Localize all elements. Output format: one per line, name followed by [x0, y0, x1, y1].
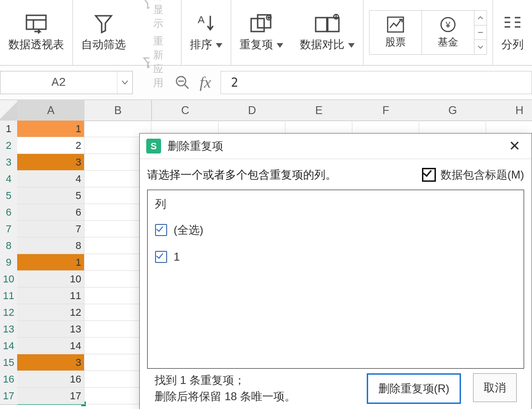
dialog-titlebar[interactable]: S 删除重复项 ✕ [140, 134, 532, 159]
text-to-columns-icon [502, 13, 523, 34]
cell[interactable]: 4 [17, 171, 84, 187]
remove-duplicates-button[interactable]: 删除重复项(R) [367, 373, 461, 404]
row-header[interactable]: 15 [0, 354, 18, 371]
row-header[interactable]: 3 [0, 154, 18, 171]
duplicates-button[interactable]: 重复项 [240, 13, 283, 52]
row-header[interactable]: 17 [0, 388, 18, 405]
cell[interactable]: 6 [17, 204, 84, 221]
row-header[interactable]: 9 [0, 254, 18, 271]
datatype-up-button[interactable] [474, 11, 487, 26]
svg-text:A: A [198, 14, 205, 26]
cell[interactable]: 11 [17, 288, 84, 304]
name-box-dropdown[interactable] [117, 71, 132, 94]
checkbox-icon [155, 251, 167, 263]
stock-fund-box: 股票 ¥ 基金 [369, 10, 487, 55]
funnel-clear-icon [143, 0, 149, 9]
cell[interactable]: 16 [17, 371, 84, 388]
sort-label: 排序 [190, 38, 212, 51]
column-header-G[interactable]: G [419, 100, 487, 121]
autofilter-label: 自动筛选 [81, 37, 126, 52]
row-header[interactable]: 13 [0, 321, 18, 338]
pivot-table-button[interactable]: 数据透视表 [8, 13, 64, 52]
pivot-label: 数据透视表 [8, 37, 64, 52]
cell[interactable]: 3 [17, 154, 84, 171]
row-header[interactable]: 2 [0, 137, 18, 154]
stock-button[interactable]: 股票 [370, 11, 422, 54]
row-header[interactable]: 14 [0, 338, 18, 355]
dialog-status-text: 找到 1 条重复项； 删除后将保留 18 条唯一项。 [155, 372, 296, 405]
checkbox-icon [422, 168, 436, 182]
cell[interactable]: 1 [17, 121, 84, 137]
row-header[interactable]: 6 [0, 204, 18, 221]
fx-icon[interactable]: fx [200, 74, 211, 91]
cell[interactable]: 10 [17, 271, 84, 288]
sort-icon: A [195, 13, 217, 34]
columns-listbox[interactable]: 列 (全选) 1 [147, 190, 524, 369]
svg-rect-9 [316, 18, 327, 32]
name-box[interactable]: A2 [0, 71, 133, 94]
reapply-button: 重新应用 [143, 34, 173, 90]
remove-duplicates-dialog: S 删除重复项 ✕ 请选择一个或者多个包含重复项的列。 数据包含标题(M) 列 … [139, 133, 532, 409]
column-header-H[interactable]: H [486, 100, 532, 121]
row-header[interactable]: 8 [0, 237, 18, 255]
duplicates-label: 重复项 [240, 38, 273, 51]
fund-icon: ¥ [439, 16, 457, 33]
formula-zoom-icon[interactable] [175, 75, 190, 90]
columns-header: 列 [155, 197, 516, 211]
column-header-E[interactable]: E [285, 100, 353, 121]
column-header-B[interactable]: B [84, 100, 152, 121]
app-logo-icon: S [146, 139, 161, 153]
row-header[interactable]: 10 [0, 271, 18, 288]
svg-rect-0 [26, 15, 46, 29]
datatype-down-button[interactable] [474, 40, 487, 54]
formula-bar[interactable]: 2 [221, 71, 532, 94]
row-header[interactable]: 16 [0, 371, 18, 388]
funnel-icon [93, 13, 114, 34]
pivot-table-icon [24, 13, 48, 34]
cell[interactable]: 7 [17, 221, 84, 237]
text-to-columns-label: 分列 [501, 37, 524, 52]
data-compare-button[interactable]: 数据对比 [300, 13, 355, 52]
row-header[interactable]: 12 [0, 304, 18, 321]
row-header[interactable]: 5 [0, 187, 18, 204]
datatype-gallery-button[interactable] [474, 26, 487, 40]
autofilter-button[interactable]: 自动筛选 [81, 13, 126, 52]
column-item-1[interactable]: 1 [155, 250, 516, 263]
cell[interactable]: 1 [17, 254, 84, 271]
checkbox-icon [155, 224, 167, 236]
row-header[interactable]: 7 [0, 221, 18, 238]
cell[interactable]: 2 [17, 137, 84, 154]
has-header-checkbox[interactable]: 数据包含标题(M) [422, 167, 524, 182]
cell[interactable]: 8 [17, 237, 84, 254]
dialog-prompt: 请选择一个或者多个包含重复项的列。 [147, 167, 337, 182]
cell[interactable]: 13 [17, 321, 84, 338]
funnel-refresh-icon [143, 56, 149, 68]
column-header-F[interactable]: F [352, 100, 420, 121]
fund-button[interactable]: ¥ 基金 [422, 11, 474, 54]
row-header[interactable]: 4 [0, 171, 18, 188]
data-compare-label: 数据对比 [300, 38, 344, 51]
text-to-columns-button[interactable]: 分列 [501, 13, 524, 52]
dialog-close-button[interactable]: ✕ [504, 137, 525, 155]
dialog-title: 删除重复项 [168, 139, 223, 153]
cell[interactable]: 12 [17, 304, 84, 321]
cancel-button[interactable]: 取消 [473, 373, 517, 402]
show-all-button: 全部显示 [143, 0, 173, 31]
sort-button[interactable]: A 排序 [190, 13, 222, 52]
cell[interactable]: 3 [17, 354, 84, 371]
column-header-D[interactable]: D [219, 100, 286, 121]
data-compare-icon [315, 13, 340, 34]
row-header[interactable]: 11 [0, 288, 18, 305]
cell[interactable]: 5 [17, 187, 84, 204]
cell[interactable]: 17 [17, 388, 84, 404]
row-header[interactable]: 1 [0, 121, 18, 138]
column-header-A[interactable]: A [17, 100, 85, 121]
svg-text:¥: ¥ [445, 20, 451, 30]
formula-bar-row: A2 fx 2 [0, 66, 532, 100]
ribbon: 数据透视表 自动筛选 全部显示 重新应用 A 排序 重复项 数据对 [0, 0, 532, 66]
select-all-corner[interactable] [0, 100, 18, 121]
select-all-row[interactable]: (全选) [155, 223, 516, 237]
column-header-C[interactable]: C [152, 100, 219, 121]
svg-rect-10 [328, 18, 339, 32]
cell[interactable]: 14 [17, 338, 84, 354]
